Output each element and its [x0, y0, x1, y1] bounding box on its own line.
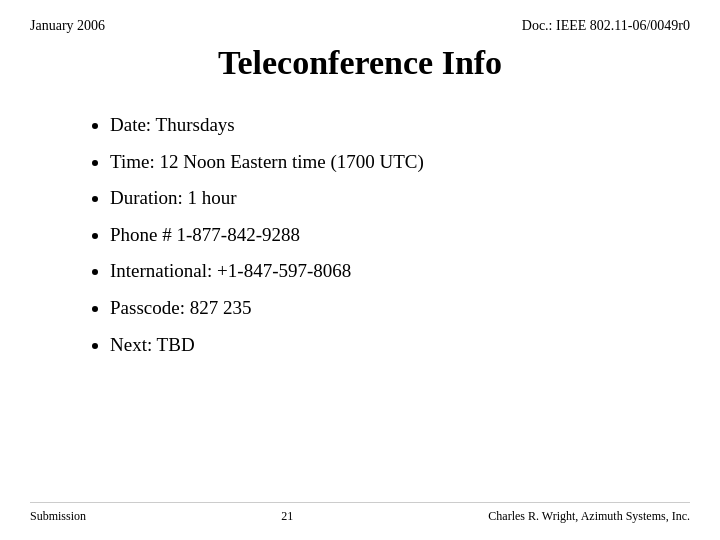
footer-author: Charles R. Wright, Azimuth Systems, Inc. — [488, 509, 690, 524]
page-title: Teleconference Info — [30, 44, 690, 82]
footer-submission: Submission — [30, 509, 86, 524]
footer: Submission 21 Charles R. Wright, Azimuth… — [30, 502, 690, 524]
header-date: January 2006 — [30, 18, 105, 34]
footer-page-number: 21 — [281, 509, 293, 524]
header: January 2006 Doc.: IEEE 802.11-06/0049r0 — [30, 18, 690, 34]
list-item: Duration: 1 hour — [110, 185, 690, 212]
bullet-list: Date: ThursdaysTime: 12 Noon Eastern tim… — [90, 112, 690, 358]
header-doc: Doc.: IEEE 802.11-06/0049r0 — [522, 18, 690, 34]
list-item: International: +1-847-597-8068 — [110, 258, 690, 285]
list-item: Date: Thursdays — [110, 112, 690, 139]
list-item: Next: TBD — [110, 332, 690, 359]
list-item: Passcode: 827 235 — [110, 295, 690, 322]
content-section: Date: ThursdaysTime: 12 Noon Eastern tim… — [30, 112, 690, 358]
slide: January 2006 Doc.: IEEE 802.11-06/0049r0… — [0, 0, 720, 540]
title-section: Teleconference Info — [30, 44, 690, 82]
list-item: Time: 12 Noon Eastern time (1700 UTC) — [110, 149, 690, 176]
list-item: Phone # 1-877-842-9288 — [110, 222, 690, 249]
